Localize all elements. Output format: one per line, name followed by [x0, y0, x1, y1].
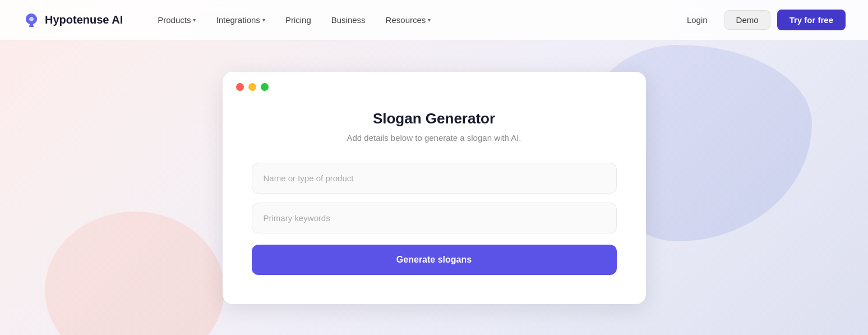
logo-text: Hypotenuse AI — [45, 13, 123, 26]
nav-right: Login Demo Try for free — [677, 10, 846, 30]
card-subtitle: Add details below to generate a slogan w… — [252, 133, 617, 143]
main-content: Slogan Generator Add details below to ge… — [0, 40, 868, 335]
nav-item-integrations[interactable]: Integrations ▾ — [208, 11, 273, 29]
window-controls — [236, 83, 269, 91]
demo-button[interactable]: Demo — [724, 10, 770, 30]
window-close-dot — [236, 83, 244, 91]
chevron-down-icon: ▾ — [428, 17, 431, 23]
nav-item-business[interactable]: Business — [324, 11, 373, 29]
nav-business-label: Business — [331, 15, 366, 25]
nav-item-pricing[interactable]: Pricing — [278, 11, 319, 29]
try-free-button[interactable]: Try for free — [777, 10, 846, 30]
window-minimize-dot — [248, 83, 256, 91]
card-title: Slogan Generator — [252, 110, 617, 127]
generator-card: Slogan Generator Add details below to ge… — [223, 72, 646, 304]
nav-links: Products ▾ Integrations ▾ Pricing Busine… — [150, 11, 677, 29]
nav-item-resources[interactable]: Resources ▾ — [378, 11, 439, 29]
logo-icon — [22, 11, 40, 29]
chevron-down-icon: ▾ — [193, 17, 196, 23]
nav-item-products[interactable]: Products ▾ — [150, 11, 204, 29]
nav-resources-label: Resources — [386, 15, 426, 25]
login-button[interactable]: Login — [677, 11, 718, 29]
chevron-down-icon: ▾ — [262, 17, 265, 23]
nav-integrations-label: Integrations — [216, 15, 260, 25]
window-maximize-dot — [261, 83, 269, 91]
generate-slogans-button[interactable]: Generate slogans — [252, 245, 617, 275]
product-name-input[interactable] — [252, 163, 617, 194]
primary-keywords-input[interactable] — [252, 203, 617, 233]
nav-products-label: Products — [158, 15, 191, 25]
logo[interactable]: Hypotenuse AI — [22, 11, 123, 29]
nav-pricing-label: Pricing — [285, 15, 311, 25]
